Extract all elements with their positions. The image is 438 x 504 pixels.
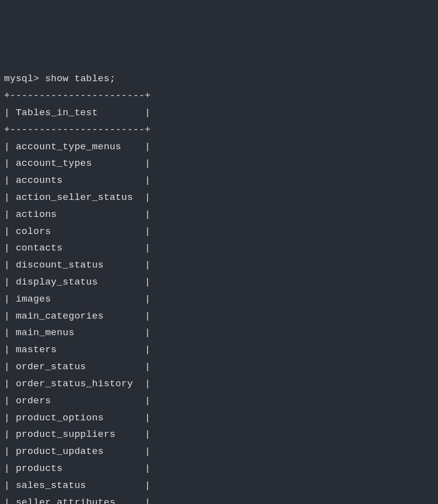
table-row: | product_suppliers | (4, 426, 438, 443)
table-row: | accounts | (4, 172, 438, 189)
command-text: show tables; (45, 73, 115, 84)
table-row: | main_categories | (4, 308, 438, 325)
table-border-mid: +-----------------------+ (4, 122, 438, 139)
command-line[interactable]: mysql> show tables; (4, 71, 438, 88)
table-row: | sales_status | (4, 477, 438, 494)
table-row: | product_updates | (4, 443, 438, 460)
table-row: | colors | (4, 223, 438, 240)
table-row: | main_menus | (4, 325, 438, 342)
table-row: | products | (4, 460, 438, 477)
table-row: | account_type_menus | (4, 139, 438, 156)
table-row: | product_options | (4, 410, 438, 427)
table-border-top: +-----------------------+ (4, 88, 438, 105)
mysql-prompt: mysql> (4, 73, 45, 84)
table-row: | order_status_history | (4, 376, 438, 393)
table-row: | display_status | (4, 274, 438, 291)
table-row: | discount_status | (4, 257, 438, 274)
table-row: | masters | (4, 342, 438, 359)
table-row: | actions | (4, 206, 438, 223)
table-row: | order_status | (4, 359, 438, 376)
table-row: | orders | (4, 393, 438, 410)
table-row: | seller_attributes | (4, 494, 438, 504)
table-header-row: | Tables_in_test | (4, 105, 438, 122)
terminal-output: mysql> show tables;+--------------------… (4, 71, 438, 504)
table-row: | action_seller_status | (4, 189, 438, 206)
table-row: | account_types | (4, 155, 438, 172)
table-row: | contacts | (4, 240, 438, 257)
table-row: | images | (4, 291, 438, 308)
